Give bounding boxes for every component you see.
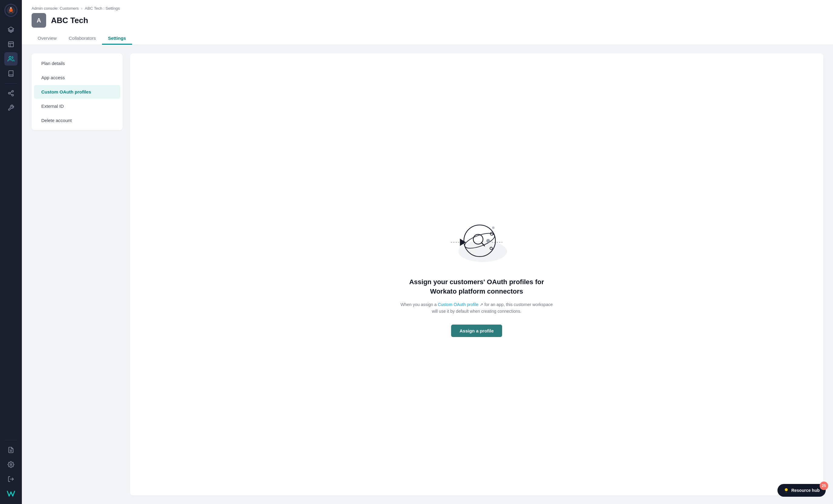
tabs-nav: Overview Collaborators Settings — [31, 32, 823, 45]
svg-point-10 — [12, 94, 14, 96]
lightbulb-icon — [784, 487, 789, 493]
svg-point-15 — [10, 464, 12, 465]
left-nav: Plan details App access Custom OAuth pro… — [31, 53, 123, 130]
sidebar-item-reports[interactable] — [4, 443, 18, 457]
oauth-illustration — [443, 212, 510, 268]
svg-point-2 — [10, 7, 11, 8]
sidebar-divider-2 — [5, 440, 17, 440]
breadcrumb-separator: › — [81, 6, 82, 10]
svg-line-12 — [10, 92, 12, 93]
header: Admin console: Customers › ABC Tech : Se… — [22, 0, 833, 45]
sub-text: When you assign a Custom OAuth profile ↗… — [398, 301, 555, 315]
tab-overview[interactable]: Overview — [31, 32, 63, 45]
sidebar — [0, 0, 22, 504]
svg-point-7 — [9, 56, 11, 58]
tab-settings[interactable]: Settings — [102, 32, 132, 45]
tab-collaborators[interactable]: Collaborators — [63, 32, 102, 45]
svg-rect-4 — [8, 42, 14, 47]
sidebar-item-export[interactable] — [4, 473, 18, 486]
breadcrumb: Admin console: Customers › ABC Tech : Se… — [31, 6, 823, 10]
sidebar-item-analytics[interactable] — [4, 38, 18, 51]
sidebar-item-users[interactable] — [4, 52, 18, 66]
nav-item-custom-oauth[interactable]: Custom OAuth profiles — [34, 85, 120, 99]
sidebar-item-connections[interactable] — [4, 87, 18, 100]
page-header: A ABC Tech — [31, 13, 823, 28]
app-logo[interactable] — [4, 4, 18, 17]
breadcrumb-parent[interactable]: Admin console: Customers — [31, 6, 79, 10]
svg-point-9 — [8, 92, 10, 94]
svg-point-28 — [492, 226, 495, 229]
main-heading: Assign your customers' OAuth profiles fo… — [398, 278, 555, 296]
svg-point-27 — [486, 239, 490, 243]
svg-line-11 — [10, 94, 12, 95]
nav-item-app-access[interactable]: App access — [34, 71, 120, 85]
sub-text-before: When you assign a — [400, 302, 438, 307]
sidebar-item-layers[interactable] — [4, 23, 18, 37]
sidebar-item-settings[interactable] — [4, 458, 18, 471]
sidebar-item-book[interactable] — [4, 67, 18, 80]
resource-hub-button[interactable]: 25 Resource hub — [778, 484, 826, 497]
sidebar-bottom — [4, 438, 18, 500]
resource-hub: 25 Resource hub — [778, 484, 826, 497]
right-panel: Assign your customers' OAuth profiles fo… — [130, 53, 823, 496]
resource-hub-label: Resource hub — [791, 488, 819, 493]
content-area: Plan details App access Custom OAuth pro… — [22, 45, 833, 504]
sidebar-item-tools[interactable] — [4, 101, 18, 115]
sidebar-divider-1 — [5, 83, 17, 83]
nav-item-plan-details[interactable]: Plan details — [34, 56, 120, 70]
avatar: A — [31, 13, 46, 28]
custom-oauth-profile-link[interactable]: Custom OAuth profile — [438, 302, 478, 307]
assign-profile-button[interactable]: Assign a profile — [451, 325, 502, 337]
nav-item-delete-account[interactable]: Delete account — [34, 114, 120, 127]
svg-point-8 — [12, 91, 14, 92]
page-title: ABC Tech — [51, 16, 88, 25]
workato-logo — [4, 487, 18, 500]
nav-item-external-id[interactable]: External ID — [34, 99, 120, 113]
breadcrumb-current: ABC Tech : Settings — [85, 6, 120, 10]
resource-hub-badge: 25 — [819, 482, 828, 490]
main-content: Admin console: Customers › ABC Tech : Se… — [22, 0, 833, 504]
